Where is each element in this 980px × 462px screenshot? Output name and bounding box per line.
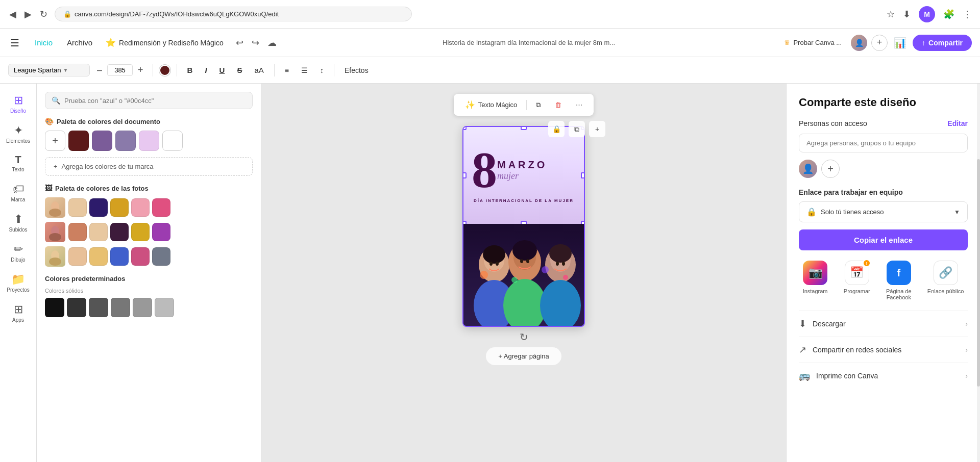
canvas-lock-button[interactable]: 🔒 [548, 121, 565, 137]
share-people-input[interactable] [799, 134, 968, 152]
solid-color-5[interactable] [133, 298, 152, 317]
selection-handle-tc[interactable] [521, 126, 527, 130]
add-color-button[interactable]: + [45, 131, 65, 151]
photo-color-3-3[interactable] [110, 247, 129, 266]
profile-button[interactable]: M [917, 4, 937, 24]
extensions-button[interactable]: 🧩 [941, 7, 957, 22]
selection-handle-tl[interactable] [462, 126, 467, 130]
photo-color-1-5[interactable] [152, 198, 170, 217]
share-action-descargar[interactable]: ⬇ Descargar › [799, 311, 968, 337]
photo-thumb-1[interactable] [45, 197, 65, 218]
italic-button[interactable]: I [201, 64, 211, 76]
share-access-dropdown[interactable]: 🔒 Solo tú tienes acceso ▼ [799, 201, 968, 222]
line-spacing-button[interactable]: ↕ [316, 64, 328, 76]
sidebar-item-texto[interactable]: T Texto [3, 150, 34, 176]
doc-color-3[interactable] [115, 131, 136, 151]
social-enlace[interactable]: 🔗 Enlace público [927, 261, 964, 300]
reload-button[interactable]: ↻ [37, 7, 51, 22]
align-left-button[interactable]: ≡ [281, 64, 293, 76]
solid-color-6[interactable] [155, 298, 174, 317]
copy-link-button[interactable]: Copiar el enlace [799, 229, 968, 250]
doc-color-1[interactable] [68, 131, 89, 151]
doc-color-2[interactable] [92, 131, 112, 151]
url-bar[interactable]: 🔒 canva.com/design/DAF-7zydQWs/IOHdswctw… [55, 7, 412, 21]
photo-color-3-1[interactable] [68, 247, 87, 266]
photo-color-1-4[interactable] [131, 198, 150, 217]
canvas-duplicate-button[interactable]: ⧉ [569, 121, 585, 137]
cloud-save-button[interactable]: ☁ [265, 35, 279, 50]
share-action-compartir[interactable]: ↗ Compartir en redes sociales › [799, 337, 968, 363]
selection-handle-lc[interactable] [462, 172, 467, 178]
photo-color-3-5[interactable] [152, 247, 170, 266]
photo-thumb-2[interactable] [45, 222, 65, 242]
font-selector[interactable]: League Spartan ▼ [8, 64, 90, 76]
photo-color-1-3[interactable] [110, 198, 129, 217]
solid-color-2[interactable] [67, 298, 86, 317]
undo-button[interactable]: ↩ [234, 35, 246, 50]
magic-text-button[interactable]: ✨ Texto Mágico [460, 98, 523, 112]
share-main-button[interactable]: ↑ Compartir [913, 35, 972, 51]
bold-button[interactable]: B [183, 64, 197, 76]
decrease-font-button[interactable]: – [94, 64, 105, 76]
canvas-add-button[interactable]: + [589, 121, 605, 137]
download-button[interactable]: ⬇ [901, 7, 913, 22]
scroll-thumb[interactable] [977, 159, 980, 386]
add-button[interactable]: + [871, 35, 888, 51]
font-case-button[interactable]: aA [250, 64, 267, 76]
effects-button[interactable]: Efectos [340, 64, 373, 76]
photo-color-1-1[interactable] [68, 198, 87, 217]
social-programar[interactable]: 📅 ! Programar [844, 261, 870, 300]
add-page-button[interactable]: + Agregar página [486, 347, 561, 365]
photo-thumb-3[interactable] [45, 246, 65, 267]
font-size-input[interactable] [107, 64, 133, 76]
back-button[interactable]: ◀ [6, 7, 19, 22]
increase-font-button[interactable]: + [135, 64, 146, 76]
share-edit-link[interactable]: Editar [947, 119, 968, 127]
strikethrough-button[interactable]: S [233, 64, 246, 76]
solid-color-1[interactable] [45, 298, 64, 317]
underline-button[interactable]: U [215, 64, 229, 76]
share-action-imprimir[interactable]: 🚌 Imprime con Canva › [799, 363, 968, 389]
color-search-input[interactable] [64, 97, 246, 105]
social-facebook[interactable]: f Página deFacebook [886, 261, 912, 300]
inicio-nav-link[interactable]: Inicio [28, 34, 60, 51]
add-brand-button[interactable]: + Agrega los colores de tu marca [45, 157, 253, 176]
color-search-bar[interactable]: 🔍 [45, 92, 253, 109]
selection-handle-rc[interactable] [581, 172, 585, 178]
magic-resize-button[interactable]: ⭐ Redimensión y Rediseño Mágico [100, 35, 230, 50]
stats-button[interactable]: 📊 [892, 35, 909, 51]
align-bullets-button[interactable]: ☰ [297, 64, 312, 76]
hamburger-button[interactable]: ☰ [8, 35, 21, 51]
photo-color-1-2[interactable] [89, 198, 108, 217]
photo-color-2-5[interactable] [152, 223, 170, 241]
social-instagram[interactable]: 📷 Instagram [803, 261, 828, 300]
share-add-person-button[interactable]: + [821, 160, 840, 178]
photo-color-3-2[interactable] [89, 247, 108, 266]
ctx-delete-button[interactable]: 🗑 [550, 99, 567, 111]
rotate-handle-icon[interactable]: ↻ [520, 331, 528, 343]
forward-button[interactable]: ▶ [21, 7, 35, 22]
sidebar-item-subidos[interactable]: ⬆ Subidos [3, 209, 34, 237]
star-button[interactable]: ☆ [885, 7, 897, 22]
photo-color-2-4[interactable] [131, 223, 150, 241]
doc-color-5[interactable] [162, 131, 183, 151]
solid-color-4[interactable] [111, 298, 130, 317]
sidebar-item-apps[interactable]: ⊞ Apps [3, 299, 34, 327]
ctx-more-button[interactable]: ⋯ [571, 99, 587, 111]
photo-color-2-1[interactable] [68, 223, 87, 241]
doc-color-4[interactable] [139, 131, 159, 151]
photo-color-2-2[interactable] [89, 223, 108, 241]
sidebar-item-marca[interactable]: 🏷 Marca [3, 178, 34, 207]
ctx-copy-button[interactable]: ⧉ [531, 99, 546, 111]
photo-color-2-3[interactable] [110, 223, 129, 241]
archivo-nav-link[interactable]: Archivo [60, 34, 100, 51]
text-color-swatch[interactable] [159, 65, 170, 76]
sidebar-item-diseno[interactable]: ⊞ Diseño [3, 90, 34, 118]
solid-color-3[interactable] [89, 298, 108, 317]
sidebar-item-dibujo[interactable]: ✏ Dibujo [3, 239, 34, 267]
redo-button[interactable]: ↪ [250, 35, 261, 50]
photo-color-3-4[interactable] [131, 247, 150, 266]
sidebar-item-elementos[interactable]: ✦ Elementos [3, 120, 34, 148]
sidebar-item-proyectos[interactable]: 📁 Proyectos [3, 269, 34, 297]
browser-menu-button[interactable]: ⋮ [961, 7, 974, 22]
